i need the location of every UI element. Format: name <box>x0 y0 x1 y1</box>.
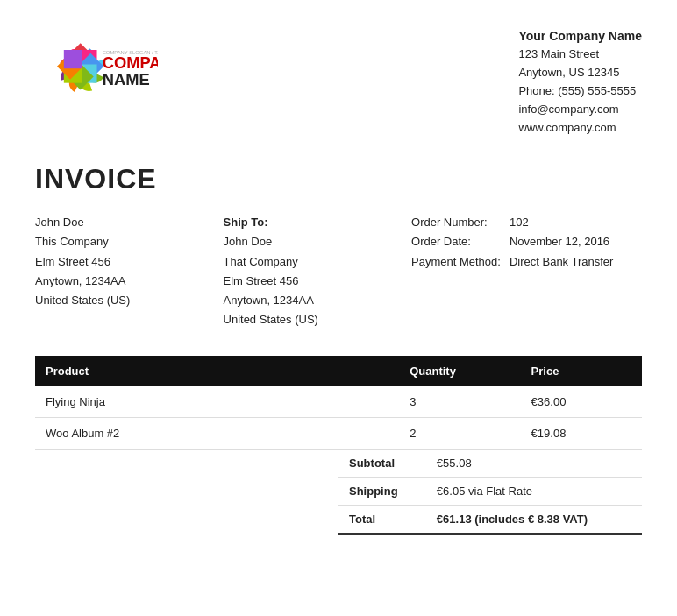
totals-section: Subtotal €55.08 Shipping €6.05 via Flat … <box>35 450 642 535</box>
subtotal-row: Subtotal €55.08 <box>338 450 642 478</box>
ship-to-street: Elm Street 456 <box>224 272 406 291</box>
shipping-value: €6.05 via Flat Rate <box>426 477 642 505</box>
row-quantity: 3 <box>399 386 520 418</box>
table-row: Woo Album #2 2 €19.08 <box>35 417 642 449</box>
bill-to: John Doe This Company Elm Street 456 Any… <box>35 213 217 329</box>
order-date-value: November 12, 2016 <box>510 232 623 251</box>
ship-to-label: Ship To: <box>224 213 406 232</box>
order-number-label: Order Number: <box>411 213 510 232</box>
ship-to: Ship To: John Doe That Company Elm Stree… <box>224 213 406 329</box>
total-value: €61.13 (includes € 8.38 VAT) <box>426 505 642 534</box>
bill-to-street: Elm Street 456 <box>35 252 217 272</box>
totals-table: Subtotal €55.08 Shipping €6.05 via Flat … <box>338 450 642 535</box>
company-info-website: www.company.com <box>518 119 642 138</box>
col-product: Product <box>35 356 399 386</box>
company-logo: COMPANY SLOGAN / TAGLINE HERE COMPANY NA… <box>35 26 158 114</box>
ship-to-country: United States (US) <box>224 310 406 329</box>
col-price: Price <box>521 356 642 386</box>
row-price: €19.08 <box>521 417 642 449</box>
table-row: Flying Ninja 3 €36.00 <box>35 386 642 418</box>
order-info: Order Number: 102 Order Date: November 1… <box>411 213 642 329</box>
col-quantity: Quantity <box>399 356 520 386</box>
shipping-row: Shipping €6.05 via Flat Rate <box>338 477 642 505</box>
subtotal-label: Subtotal <box>338 450 426 478</box>
invoice-header: COMPANY SLOGAN / TAGLINE HERE COMPANY NA… <box>35 26 642 137</box>
company-info-name: Your Company Name <box>518 26 642 46</box>
ship-to-name: John Doe <box>224 232 406 251</box>
company-info-phone: Phone: (555) 555-5555 <box>518 82 642 101</box>
row-product: Woo Album #2 <box>35 417 399 449</box>
order-number-value: 102 <box>510 213 623 232</box>
company-info-email: info@company.com <box>518 101 642 119</box>
payment-method-value: Direct Bank Transfer <box>510 252 623 272</box>
company-info-address: 123 Main Street <box>518 46 642 64</box>
bill-to-country: United States (US) <box>35 291 217 310</box>
row-quantity: 2 <box>399 417 520 449</box>
row-price: €36.00 <box>521 386 642 418</box>
order-date-label: Order Date: <box>411 232 510 251</box>
invoice-title: INVOICE <box>35 163 642 195</box>
company-name-black: NAME <box>103 70 150 89</box>
shipping-label: Shipping <box>338 477 426 505</box>
company-info: Your Company Name 123 Main Street Anytow… <box>518 26 642 137</box>
total-label: Total <box>338 505 426 534</box>
row-product: Flying Ninja <box>35 386 399 418</box>
subtotal-value: €55.08 <box>426 450 642 478</box>
table-header-row: Product Quantity Price <box>35 356 642 386</box>
bill-to-city: Anytown, 1234AA <box>35 272 217 291</box>
payment-method-label: Payment Method: <box>411 252 510 272</box>
bill-to-name: John Doe <box>35 213 217 232</box>
bill-to-company: This Company <box>35 232 217 251</box>
invoice-table: Product Quantity Price Flying Ninja 3 €3… <box>35 356 642 450</box>
ship-to-company: That Company <box>224 252 406 272</box>
logo-area: COMPANY SLOGAN / TAGLINE HERE COMPANY NA… <box>35 26 158 114</box>
company-info-city: Anytown, US 12345 <box>518 64 642 82</box>
total-row: Total €61.13 (includes € 8.38 VAT) <box>338 505 642 534</box>
address-section: John Doe This Company Elm Street 456 Any… <box>35 213 642 329</box>
ship-to-city: Anytown, 1234AA <box>224 291 406 310</box>
